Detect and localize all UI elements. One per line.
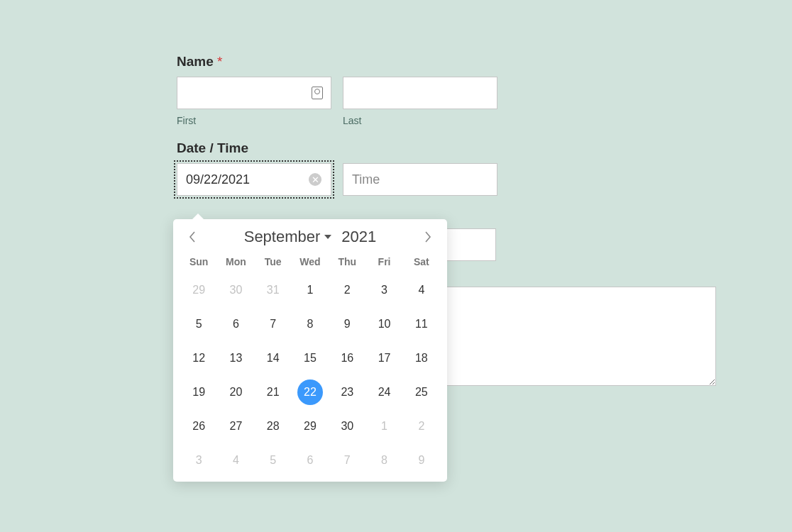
required-asterisk: *	[217, 54, 222, 69]
calendar-day[interactable]: 8	[365, 443, 402, 477]
month-label: September	[244, 228, 321, 246]
name-label: Name *	[177, 54, 716, 70]
calendar-day[interactable]: 7	[329, 443, 365, 477]
calendar-day[interactable]: 9	[403, 443, 440, 477]
first-name-wrap	[177, 77, 331, 109]
calendar-day[interactable]: 30	[217, 273, 254, 307]
calendar-day[interactable]: 30	[329, 409, 365, 443]
time-input[interactable]	[343, 163, 497, 196]
datetime-row: ✕	[177, 163, 716, 196]
calendar-day[interactable]: 12	[180, 341, 217, 375]
date-input-wrap: ✕	[177, 163, 331, 196]
calendar-day[interactable]: 25	[403, 375, 440, 409]
calendar-day[interactable]: 8	[292, 307, 329, 341]
last-name-input[interactable]	[343, 77, 497, 109]
calendar-day[interactable]: 7	[255, 307, 292, 341]
datepicker-popup: September 2021 SunMonTueWedThuFriSat2930…	[173, 219, 447, 482]
name-row: First Last	[177, 77, 716, 126]
calendar-day[interactable]: 20	[217, 375, 254, 409]
last-name-col: Last	[343, 77, 497, 126]
calendar-day[interactable]: 9	[329, 307, 365, 341]
calendar-day[interactable]: 18	[403, 341, 440, 375]
calendar-day[interactable]: 11	[403, 307, 440, 341]
datepicker-header: September 2021	[180, 225, 440, 252]
calendar-day[interactable]: 14	[255, 341, 292, 375]
calendar-day[interactable]: 29	[292, 409, 329, 443]
calendar-day[interactable]: 28	[255, 409, 292, 443]
calendar-day[interactable]: 16	[329, 341, 365, 375]
calendar-day[interactable]: 2	[329, 273, 365, 307]
calendar-day[interactable]: 21	[255, 375, 292, 409]
calendar-day[interactable]: 19	[180, 375, 217, 409]
first-sublabel: First	[177, 115, 331, 126]
calendar-day[interactable]: 10	[365, 307, 402, 341]
dow-header: Thu	[329, 252, 365, 273]
chevron-left-icon	[189, 231, 196, 243]
calendar-day[interactable]: 3	[180, 443, 217, 477]
next-month-button[interactable]	[420, 229, 436, 245]
calendar-day[interactable]: 4	[217, 443, 254, 477]
year-selector[interactable]: 2021	[341, 228, 376, 246]
dow-header: Fri	[365, 252, 402, 273]
clear-date-icon[interactable]: ✕	[309, 173, 321, 186]
first-name-col: First	[177, 77, 331, 126]
chevron-right-icon	[424, 231, 431, 243]
first-name-input[interactable]	[177, 77, 331, 109]
calendar-day[interactable]: 15	[292, 341, 329, 375]
calendar-day[interactable]: 27	[217, 409, 254, 443]
datepicker-title: September 2021	[244, 228, 377, 246]
datetime-field-group: Date / Time ✕	[177, 140, 716, 196]
last-sublabel: Last	[343, 115, 497, 126]
calendar-day[interactable]: 31	[255, 273, 292, 307]
calendar-day[interactable]: 5	[255, 443, 292, 477]
dow-header: Sun	[180, 252, 217, 273]
calendar-day[interactable]: 22	[292, 375, 329, 409]
calendar-day[interactable]: 26	[180, 409, 217, 443]
calendar-day[interactable]: 6	[217, 307, 254, 341]
calendar-day[interactable]: 1	[365, 409, 402, 443]
calendar-day[interactable]: 24	[365, 375, 402, 409]
datepicker-grid: SunMonTueWedThuFriSat2930311234567891011…	[180, 252, 440, 477]
name-field-group: Name * First Last	[177, 54, 716, 126]
calendar-day[interactable]: 13	[217, 341, 254, 375]
calendar-day[interactable]: 4	[403, 273, 440, 307]
prev-month-button[interactable]	[185, 229, 200, 245]
calendar-day[interactable]: 29	[180, 273, 217, 307]
calendar-day[interactable]: 1	[292, 273, 329, 307]
calendar-day[interactable]: 5	[180, 307, 217, 341]
calendar-day[interactable]: 17	[365, 341, 402, 375]
datetime-label: Date / Time	[177, 140, 716, 156]
dow-header: Tue	[255, 252, 292, 273]
contact-card-icon[interactable]	[312, 87, 323, 99]
dow-header: Mon	[217, 252, 254, 273]
dow-header: Wed	[292, 252, 329, 273]
calendar-day[interactable]: 23	[329, 375, 365, 409]
month-selector[interactable]: September	[244, 228, 332, 246]
calendar-day[interactable]: 6	[292, 443, 329, 477]
calendar-day[interactable]: 2	[403, 409, 440, 443]
datepicker-arrow	[192, 214, 204, 220]
dow-header: Sat	[403, 252, 440, 273]
name-label-text: Name	[177, 54, 214, 69]
calendar-day[interactable]: 3	[365, 273, 402, 307]
chevron-down-icon	[324, 235, 331, 239]
